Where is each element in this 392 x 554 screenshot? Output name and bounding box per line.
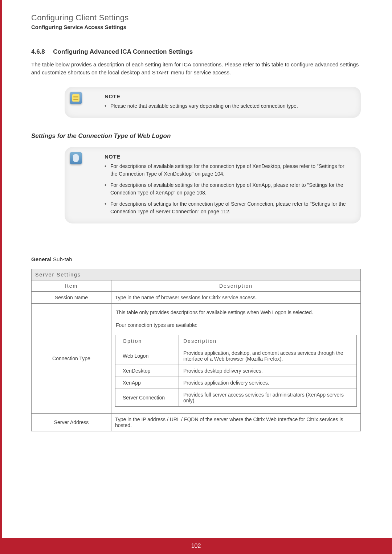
note-box-2: NOTE For descriptions of available setti… [65,147,361,223]
inner-option: Web Logon [115,347,179,365]
ct-intro-1: This table only provides descriptions fo… [115,307,357,320]
mouse-icon [70,152,82,164]
table-desc: Type in the name of browser sessions for… [111,291,361,303]
note-list: Please note that available settings vary… [105,102,349,110]
table-item: Connection Type [32,303,111,413]
settings-table: Server Settings Item Description Session… [31,269,361,431]
subsection-heading: Settings for the Connection Type of Web … [31,132,361,140]
inner-row: Server Connection Provides full server a… [115,389,357,406]
note-icon [70,92,82,104]
note-box-1: NOTE Please note that available settings… [65,87,361,118]
note-label: NOTE [105,93,349,99]
section-title: Configuring Advanced ICA Connection Sett… [53,48,193,55]
table-col-desc: Description [111,280,361,291]
note-label: NOTE [105,153,349,160]
inner-row: Web Logon Provides application, desktop,… [115,347,357,365]
section-number: 4.6.8 [31,48,45,56]
note-list: For descriptions of available settings f… [105,163,349,216]
table-col-item: Item [32,280,111,291]
subtab-label: General Sub-tab [31,256,361,262]
note-item: For descriptions of settings for the con… [105,200,349,216]
table-desc: Type in the IP address / URL / FQDN of t… [111,413,361,431]
page-footer: 102 [0,538,392,554]
page-content: Configuring Client Settings Configuring … [0,0,392,431]
inner-desc: Provides application delivery services. [179,377,357,389]
note-item: For descriptions of available settings f… [105,163,349,178]
ct-intro-2: Four connection types are available: [115,320,357,333]
header-subtitle: Configuring Service Access Settings [31,24,361,30]
table-row: Server Address Type in the IP address / … [32,413,361,431]
inner-options-table: Option Description Web Logon Provides ap… [115,335,357,407]
inner-desc: Provides full server access services for… [179,389,357,406]
inner-option: Server Connection [115,389,179,406]
table-row: Session Name Type in the name of browser… [32,291,361,303]
inner-row: XenDesktop Provides desktop delivery ser… [115,365,357,377]
inner-desc: Provides desktop delivery services. [179,365,357,377]
inner-header-row: Option Description [115,335,357,347]
header-title: Configuring Client Settings [31,13,361,22]
page-number: 102 [191,543,201,549]
left-accent-strip [0,0,2,538]
table-item: Session Name [32,291,111,303]
inner-col-desc: Description [179,335,357,347]
inner-col-option: Option [115,335,179,347]
table-desc: This table only provides descriptions fo… [111,303,361,413]
table-section-row: Server Settings [32,269,361,280]
inner-option: XenDesktop [115,365,179,377]
table-row: Connection Type This table only provides… [32,303,361,413]
table-item: Server Address [32,413,111,431]
note-item: For descriptions of available settings f… [105,181,349,197]
subtab-name: General [31,256,52,262]
inner-row: XenApp Provides application delivery ser… [115,377,357,389]
inner-option: XenApp [115,377,179,389]
table-section-header: Server Settings [32,269,361,280]
section-intro: The table below provides a description o… [31,61,361,77]
note-item: Please note that available settings vary… [105,102,349,110]
inner-desc: Provides application, desktop, and conte… [179,347,357,365]
table-header-row: Item Description [32,280,361,291]
subtab-suffix: Sub-tab [52,256,72,262]
section-heading: 4.6.8 Configuring Advanced ICA Connectio… [31,48,361,56]
